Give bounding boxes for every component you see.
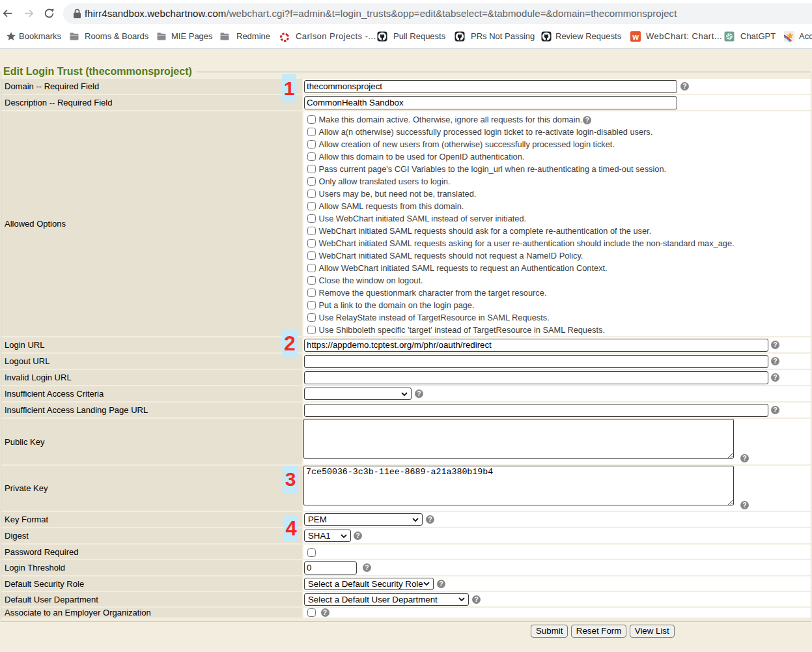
svg-text:w: w bbox=[632, 33, 639, 42]
